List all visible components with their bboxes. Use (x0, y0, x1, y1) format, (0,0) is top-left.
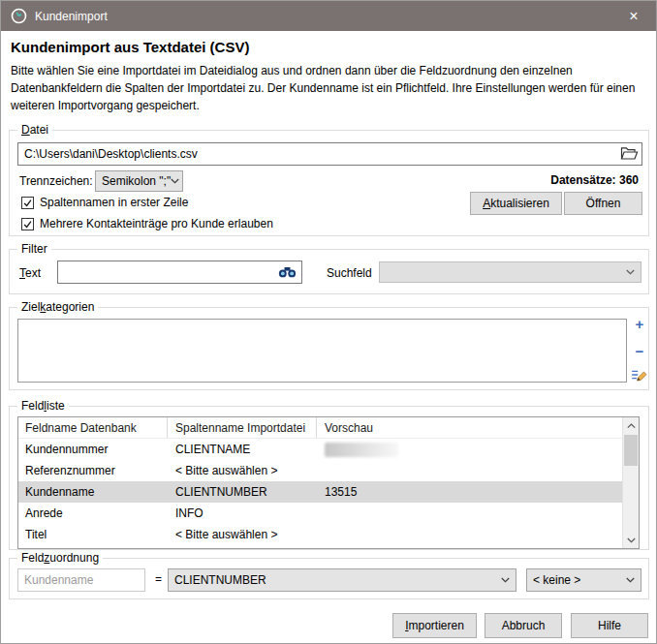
table-header-row: Feldname Datenbank Spaltenname Importdat… (18, 417, 622, 439)
checkbox-label: Spaltennamen in erster Zeile (40, 196, 188, 209)
scroll-up-icon[interactable] (623, 417, 639, 434)
zielkategorien-listbox[interactable] (17, 319, 627, 383)
group-label-feldliste: Feldliste (17, 399, 69, 413)
table-row[interactable]: Kundennummer CLIENTNAME (18, 439, 622, 460)
table-row[interactable]: Referenznummer < Bitte auswählen > (18, 460, 622, 481)
table-row[interactable]: Titel < Bitte auswählen > (18, 524, 622, 545)
suchfeld-label: Suchfeld (327, 266, 372, 280)
text-filter-label: Text (19, 266, 41, 280)
chevron-down-icon (171, 178, 179, 184)
add-icon[interactable]: + (631, 316, 648, 333)
import-column-select[interactable]: CLIENTNUMBER (168, 568, 516, 592)
redacted-preview-value (325, 443, 398, 457)
chevron-down-icon (626, 269, 635, 275)
intro-description: Bitte wählen Sie eine Importdatei im Dat… (11, 62, 646, 114)
table-row[interactable]: Vorname USERDEFINED1 (18, 545, 622, 548)
checkbox-checked-icon (21, 218, 34, 230)
titlebar[interactable]: Kundenimport × (1, 1, 656, 31)
group-label-zielkategorien: Zielkategorien (17, 300, 98, 314)
trennzeichen-select[interactable]: Semikolon ";" (95, 170, 183, 192)
checkbox-label: Mehrere Kontakteinträge pro Kunde erlaub… (40, 217, 273, 230)
scrollbar-thumb[interactable] (624, 435, 638, 466)
window-title: Kundenimport (35, 10, 108, 23)
chevron-down-icon (626, 577, 635, 583)
hilfe-button[interactable]: Hilfe (571, 613, 648, 638)
clock-app-icon (11, 8, 27, 24)
checkbox-mehrere-kontakte[interactable]: Mehrere Kontakteinträge pro Kunde erlaub… (21, 217, 273, 230)
equals-sign: = (155, 572, 162, 586)
file-path-input[interactable]: C:\Users\dani\Desktop\clients.csv (17, 142, 642, 166)
oeffnen-button[interactable]: Öffnen (564, 192, 642, 215)
close-icon[interactable]: × (611, 1, 656, 31)
group-feldliste: Feldliste Feldname Datenbank Spaltenname… (9, 406, 649, 550)
column-header: Spaltenname Importdatei (168, 417, 317, 438)
edit-pencil-icon[interactable] (631, 366, 648, 383)
group-label-feldzuordnung: Feldzuordnung (17, 551, 103, 565)
table-row[interactable]: Anrede INFO (18, 503, 622, 524)
group-datei: Datei C:\Users\dani\Desktop\clients.csv … (9, 130, 649, 236)
aktualisieren-button[interactable]: Aktualisieren (470, 192, 562, 215)
group-feldzuordnung: Feldzuordnung Kundenname = CLIENTNUMBER … (9, 558, 649, 599)
column-header: Vorschau (317, 417, 622, 438)
suchfeld-select (379, 261, 641, 283)
group-filter: Filter Text Suchfeld (9, 249, 649, 294)
feldliste-table: Feldname Datenbank Spaltenname Importdat… (17, 416, 640, 549)
kundenimport-dialog: Kundenimport × Kundenimport aus Textdate… (0, 0, 657, 644)
binoculars-search-icon (278, 266, 297, 278)
group-zielkategorien: Zielkategorien + − (9, 307, 649, 390)
checkbox-spaltennamen[interactable]: Spaltennamen in erster Zeile (21, 196, 188, 209)
scroll-down-icon[interactable] (623, 532, 639, 548)
table-row-selected[interactable]: Kundenname CLIENTNUMBER 13515 (18, 481, 622, 503)
checkbox-checked-icon (21, 197, 34, 209)
group-label-filter: Filter (17, 242, 51, 256)
column-header: Feldname Datenbank (18, 417, 168, 438)
record-count: Datensätze: 360 (550, 173, 639, 187)
db-field-input-disabled: Kundenname (17, 568, 145, 592)
page-title: Kundenimport aus Textdatei (CSV) (11, 39, 249, 55)
group-label-datei: Datei (17, 123, 52, 137)
abbruch-button[interactable]: Abbruch (485, 613, 562, 638)
open-folder-icon[interactable] (620, 146, 639, 161)
trennzeichen-label: Trennzeichen: (19, 174, 93, 188)
remove-icon[interactable]: − (631, 343, 648, 360)
chevron-down-icon (501, 577, 510, 583)
vertical-scrollbar[interactable] (622, 417, 639, 548)
importieren-button[interactable]: Importieren (392, 613, 477, 638)
extra-option-select[interactable]: < keine > (526, 568, 641, 592)
text-filter-input[interactable] (57, 261, 302, 284)
